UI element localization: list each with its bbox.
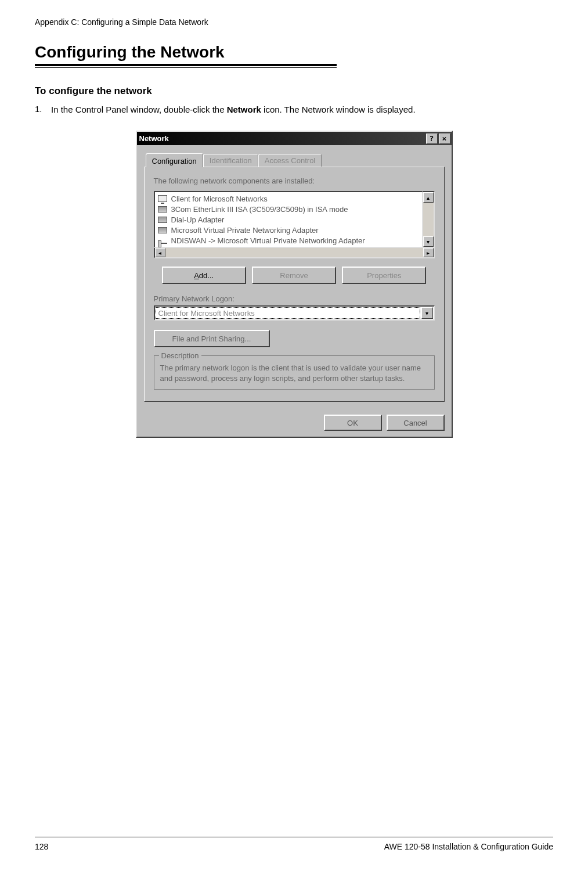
step-1-post: icon. The Network window is displayed. [261, 105, 416, 114]
page-footer: 128 AWE 120-58 Installation & Configurat… [35, 837, 553, 851]
tab-access-control[interactable]: Access Control [258, 154, 322, 167]
client-icon [157, 194, 168, 203]
protocol-icon [157, 236, 168, 245]
scroll-up-icon[interactable]: ▴ [423, 192, 434, 203]
list-item-label: Dial-Up Adapter [171, 215, 225, 224]
description-legend: Description [159, 351, 201, 361]
list-item[interactable]: Dial-Up Adapter [155, 214, 422, 225]
list-item[interactable]: 3Com EtherLink III ISA (3C509/3C509b) in… [155, 204, 422, 214]
adapter-icon [157, 215, 168, 224]
components-listbox[interactable]: Client for Microsoft Networks 3Com Ether… [154, 191, 423, 248]
section-rule [35, 64, 337, 68]
ok-button[interactable]: OK [324, 415, 382, 431]
components-label: The following network components are ins… [154, 177, 435, 185]
step-1-pre: In the Control Panel window, double-clic… [51, 105, 227, 114]
tab-configuration[interactable]: Configuration [146, 153, 203, 167]
page-number: 128 [35, 842, 48, 851]
description-text: The primary network logon is the client … [160, 363, 421, 383]
cancel-button[interactable]: Cancel [387, 415, 445, 431]
tab-identification[interactable]: Identification [203, 154, 258, 167]
properties-button[interactable]: Properties [342, 267, 426, 284]
components-list-wrap: Client for Microsoft Networks 3Com Ether… [154, 191, 435, 248]
dropdown-arrow-icon[interactable]: ▾ [421, 307, 433, 319]
dialog-titlebar[interactable]: Network ? × [137, 132, 452, 145]
description-group: Description The primary network logon is… [154, 355, 435, 390]
add-button[interactable]: Add... [162, 267, 246, 284]
step-1-number: 1. [35, 104, 51, 116]
scroll-left-icon[interactable]: ◂ [155, 248, 165, 257]
close-button[interactable]: × [439, 134, 450, 144]
adapter-icon [157, 225, 168, 235]
sub-title: To configure the network [35, 85, 553, 97]
list-item-label: Microsoft Virtual Private Networking Ada… [171, 226, 319, 235]
list-item[interactable]: Microsoft Virtual Private Networking Ada… [155, 225, 422, 235]
dialog-title: Network [139, 134, 169, 143]
section-title: Configuring the Network [35, 43, 553, 62]
file-print-sharing-button[interactable]: File and Print Sharing... [154, 330, 270, 347]
network-dialog: Network ? × Configuration Identification… [136, 131, 453, 438]
remove-button[interactable]: Remove [252, 267, 336, 284]
step-1-text: In the Control Panel window, double-clic… [51, 104, 553, 116]
list-item[interactable]: NDISWAN -> Microsoft Virtual Private Net… [155, 235, 422, 246]
list-hscroll[interactable]: ◂ ▸ [154, 248, 435, 258]
list-vscroll[interactable]: ▴ ▾ [423, 191, 435, 248]
step-1: 1. In the Control Panel window, double-c… [35, 104, 553, 116]
help-button[interactable]: ? [426, 134, 438, 144]
dialog-figure: Network ? × Configuration Identification… [35, 131, 553, 438]
logon-value: Client for Microsoft Networks [156, 307, 420, 319]
list-item[interactable]: Client for Microsoft Networks [155, 193, 422, 204]
adapter-icon [157, 204, 168, 214]
logon-dropdown[interactable]: Client for Microsoft Networks ▾ [154, 305, 435, 321]
footer-guide-title: AWE 120-58 Installation & Configuration … [384, 842, 553, 851]
step-1-bold: Network [227, 105, 261, 114]
list-item-label: Client for Microsoft Networks [171, 195, 268, 203]
list-item-label: NDISWAN -> Microsoft Virtual Private Net… [171, 236, 365, 245]
tab-row: Configuration Identification Access Cont… [144, 151, 445, 167]
page-header: Appendix C: Configuring a Simple Data Ne… [35, 17, 553, 27]
tab-panel: The following network components are ins… [144, 167, 445, 402]
list-item-label: 3Com EtherLink III ISA (3C509/3C509b) in… [171, 205, 348, 214]
scroll-right-icon[interactable]: ▸ [423, 248, 434, 257]
logon-label: Primary Network Logon: [154, 294, 435, 303]
scroll-down-icon[interactable]: ▾ [423, 236, 434, 247]
